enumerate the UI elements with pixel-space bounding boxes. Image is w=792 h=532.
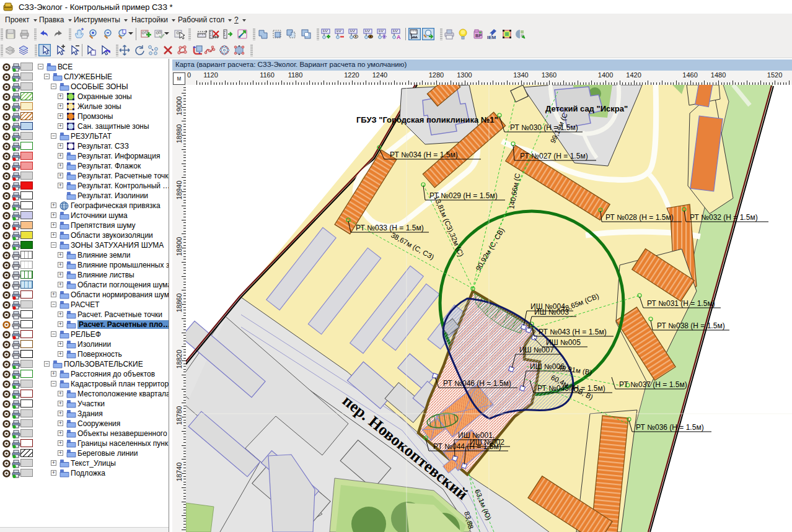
svg-text:РТ №038 (Н = 1.5м): РТ №038 (Н = 1.5м) [657,321,725,330]
svg-text:РТ №029 (Н = 1.5м): РТ №029 (Н = 1.5м) [429,191,498,200]
svg-text:РТ №045 (Н = 1.5м): РТ №045 (Н = 1.5м) [537,384,605,393]
svg-text:РТ №036 (Н = 1.5м): РТ №036 (Н = 1.5м) [636,423,704,432]
svg-text:РТ №028 (Н = 1.5м): РТ №028 (Н = 1.5м) [605,213,674,222]
svg-text:BP: BP [475,33,482,38]
svg-text:ИШ №006: ИШ №006 [530,362,565,371]
svg-text:РТ №046 (Н = 1.5м): РТ №046 (Н = 1.5м) [443,379,511,388]
svg-text:ИШ №002: ИШ №002 [470,438,504,447]
svg-text:A: A [397,34,401,40]
svg-text:РТ №034 (Н = 1.5м): РТ №034 (Н = 1.5м) [390,150,458,159]
svg-text:РТ №032 (Н = 1.5м): РТ №032 (Н = 1.5м) [690,213,758,222]
svg-text:РТ №031 (Н = 1.5м): РТ №031 (Н = 1.5м) [647,299,715,308]
svg-text:ГБУЗ "Городская поликлиника №1: ГБУЗ "Городская поликлиника №1" [356,115,498,124]
svg-text:РТ №043 (Н = 1.5м): РТ №043 (Н = 1.5м) [539,328,607,336]
svg-text:Детский сад "Искра": Детский сад "Искра" [545,104,628,113]
svg-text:ИШ №007: ИШ №007 [519,346,554,354]
svg-text:РТ №027 (Н = 1.5м): РТ №027 (Н = 1.5м) [520,152,588,160]
svg-text:IEM: IEM [487,35,496,40]
svg-text:РТ №033 (Н = 1.5м): РТ №033 (Н = 1.5м) [356,224,424,232]
svg-text:РТ №030 (Н = 1.5м): РТ №030 (Н = 1.5м) [510,123,578,132]
svg-text:ИШ №003: ИШ №003 [534,308,569,316]
svg-text:РТ №037 (Н = 1.5м): РТ №037 (Н = 1.5м) [619,380,687,389]
